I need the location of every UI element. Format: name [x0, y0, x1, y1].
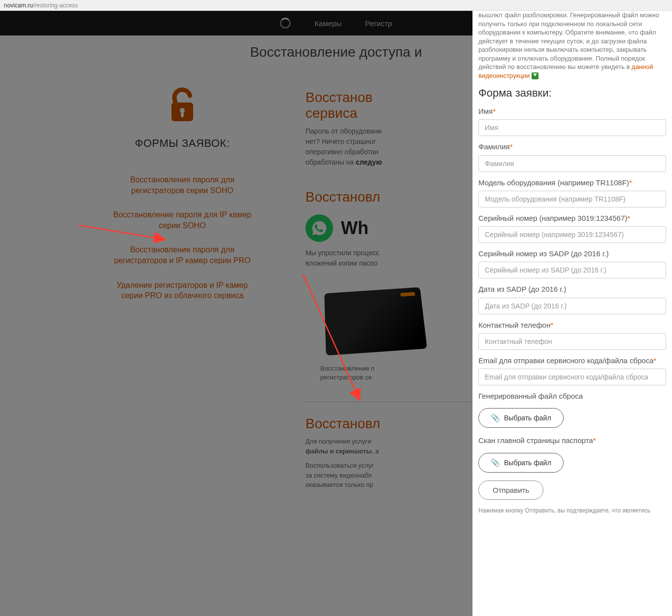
passport-label: Скан главной страницы паспорта* — [478, 436, 666, 445]
sadp-serial-label: Серийный номер из SADP (до 2016 г.) — [478, 249, 666, 259]
url-bar: novicam.ru/restoring-access — [0, 0, 672, 11]
choose-file-button-2[interactable]: 📎 Выбрать файл — [478, 453, 564, 473]
url-domain: novicam.ru — [4, 2, 33, 9]
serial-label: Серийный номер (например 3019:1234567)* — [478, 213, 666, 223]
email-label: Email для отправки сервисного кода/файла… — [478, 356, 666, 366]
paperclip-icon: 📎 — [491, 413, 500, 422]
disclaimer-text: Нажимая кнопку Отправить, вы подтверждае… — [478, 507, 666, 514]
svg-line-3 — [79, 225, 165, 240]
surname-input[interactable] — [478, 155, 666, 172]
name-input[interactable] — [478, 119, 666, 136]
phone-input[interactable] — [478, 333, 666, 350]
paperclip-icon: 📎 — [491, 458, 500, 467]
panel-intro-text: вышлют файл разблокировки. Генерированны… — [478, 11, 666, 80]
email-input[interactable] — [478, 369, 666, 385]
serial-input[interactable] — [478, 226, 666, 243]
model-input[interactable] — [478, 191, 666, 207]
url-path: /restoring-access — [33, 2, 78, 9]
annotation-arrow-1 — [79, 223, 172, 242]
annotation-arrow-2 — [301, 272, 370, 410]
request-form-panel: вышлют файл разблокировки. Генерированны… — [472, 11, 672, 616]
sadp-serial-input[interactable] — [478, 262, 666, 278]
choose-file-button-1[interactable]: 📎 Выбрать файл — [478, 408, 564, 428]
surname-label: Фамилия* — [478, 142, 666, 152]
submit-button[interactable]: Отправить — [478, 480, 543, 500]
form-heading: Форма заявки: — [478, 86, 666, 101]
model-label: Модель оборудования (например TR1108F)* — [478, 178, 666, 188]
sadp-date-label: Дата из SADP (до 2016 г.) — [478, 284, 666, 294]
sadp-date-input[interactable] — [478, 298, 666, 314]
name-label: Имя* — [478, 106, 666, 116]
phone-label: Контактный телефон* — [478, 320, 666, 330]
gen-file-label: Генерированный файл сброса — [478, 391, 666, 401]
svg-line-4 — [303, 274, 360, 400]
download-icon — [532, 72, 538, 79]
